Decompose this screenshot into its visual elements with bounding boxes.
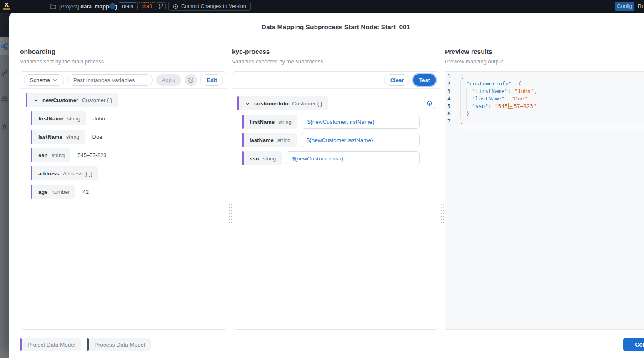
chevron-down-icon (33, 98, 39, 103)
config-tab[interactable]: Config (615, 2, 634, 11)
mapping-input-lastName[interactable] (301, 133, 420, 147)
variable-type: number (51, 189, 70, 195)
code-line-content: { (457, 73, 464, 80)
line-number: 7 (445, 118, 457, 125)
data-mapping-modal: Data Mapping Subprocess Start Node: Star… (9, 13, 644, 358)
line-number: 1 (445, 73, 457, 80)
variable-type: string (66, 134, 80, 140)
layers-icon-button[interactable] (424, 98, 435, 109)
target-tree-row-customerInfo[interactable]: customerInfoCustomer { } (237, 96, 435, 110)
mapping-row-ssn: ssnstring (242, 151, 435, 165)
variable-name: age (38, 189, 47, 195)
code-line-3: 3"firstName": "John", (445, 88, 644, 95)
column-resize-handle-right[interactable] (441, 203, 445, 223)
variable-value: 42 (82, 189, 88, 195)
source-tree-row-age[interactable]: agenumber42 (31, 185, 222, 199)
variable-chip[interactable]: ssnstring (32, 148, 70, 162)
commit-changes-button[interactable]: Commit Changes to Version (168, 2, 251, 11)
flow-icon[interactable] (0, 42, 9, 50)
branch-pill[interactable]: main (118, 2, 137, 10)
legend-label: Process Data Model (95, 342, 145, 348)
variable-chip[interactable]: lastNamestring (244, 133, 297, 147)
variable-chip[interactable]: lastNamestring (32, 130, 85, 144)
past-instances-variables-input[interactable] (67, 74, 153, 86)
variable-type: string (278, 119, 292, 125)
variable-value: Doe (92, 134, 102, 140)
variable-name: ssn (38, 152, 47, 158)
target-title: kyc-process (232, 48, 439, 55)
edit-button[interactable]: Edit (200, 74, 223, 86)
history-icon-button[interactable] (185, 74, 197, 86)
draft-status-pill[interactable]: draft (137, 2, 156, 10)
modal-title: Data Mapping Subprocess Start Node: Star… (9, 23, 644, 31)
code-token: "lastName" (472, 95, 504, 102)
indent-guide (460, 88, 466, 95)
horizontal-scrollbar[interactable] (458, 125, 644, 129)
variable-chip[interactable]: customerInfoCustomer { } (239, 96, 328, 110)
sync-status-icon[interactable] (110, 3, 115, 9)
test-button[interactable]: Test (413, 74, 436, 86)
sidebar-header (0, 13, 9, 38)
source-tree-row-ssn[interactable]: ssnstring545–57-823 (31, 148, 222, 162)
legend-item[interactable]: Project Data Model (20, 338, 81, 351)
commit-icon (173, 4, 178, 9)
left-sidebar (0, 13, 9, 358)
code-token: : { (512, 80, 522, 87)
top-bar: X [Project] data_mapping main draft Comm… (0, 0, 644, 13)
mapping-input-ssn[interactable] (286, 151, 420, 165)
legend-chip: Process Data Model (89, 338, 151, 351)
mapping-input-firstName[interactable] (302, 115, 420, 129)
legend-item[interactable]: Process Data Model (87, 338, 151, 351)
variable-name: firstName (38, 115, 63, 122)
indent-guide (460, 103, 466, 110)
brush-icon[interactable] (0, 69, 9, 77)
code-line-1: 1{ (445, 73, 644, 80)
app-logo-underline (3, 8, 10, 10)
target-toolbar: Clear Test (232, 72, 439, 89)
source-tree-row-address[interactable]: addressAddress [{ }] (31, 166, 222, 180)
variable-chip[interactable]: addressAddress [{ }] (32, 166, 98, 180)
source-tree-row-newCustomer[interactable]: newCustomerCustomer { } (26, 93, 222, 107)
mapping-row-lastName: lastNamestring (242, 133, 435, 147)
indent-guide (466, 88, 472, 95)
indent-guide (466, 95, 472, 103)
variable-value: John (93, 115, 105, 122)
code-token: , (527, 95, 531, 102)
run-tab[interactable]: Ru (638, 3, 644, 9)
variable-type: string (277, 137, 291, 143)
source-tree-row-lastName[interactable]: lastNamestringDoe (31, 130, 222, 144)
indent-guide (460, 95, 466, 103)
breadcrumb[interactable]: [Project] data_mapping (50, 0, 117, 13)
app-logo[interactable]: X (3, 1, 10, 10)
variable-chip[interactable]: agenumber (32, 185, 75, 199)
target-column: kyc-process Variables expected by the su… (232, 48, 439, 65)
preview-code-editor[interactable]: 1{2"customerInfo": {3"firstName": "John"… (445, 71, 644, 330)
clear-button[interactable]: Clear (384, 74, 410, 86)
code-line-content: "lastName": "Doe", (457, 95, 531, 103)
git-branch-icon[interactable] (156, 2, 166, 10)
chevron-down-icon (52, 78, 58, 83)
variable-chip[interactable]: ssnstring (244, 151, 282, 165)
code-line-6: 6} (445, 110, 644, 118)
legend-label: Project Data Model (27, 342, 75, 348)
code-token: } (466, 110, 469, 117)
code-token: : (508, 88, 514, 94)
variable-chip[interactable]: firstNamestring (244, 115, 297, 129)
chevron-down-icon (245, 101, 250, 106)
code-token: : (504, 95, 511, 102)
confirm-button[interactable]: Confirm (623, 338, 644, 351)
code-token: "firstName" (472, 88, 508, 94)
target-panel: Clear Test customerInfoCustomer { }first… (232, 71, 439, 330)
variable-chip[interactable]: firstNamestring (32, 111, 86, 125)
database-icon[interactable] (0, 96, 9, 104)
preview-subtitle: Preview mapping output (445, 58, 644, 65)
gear-icon[interactable] (0, 123, 9, 131)
code-line-7: 7} (445, 118, 644, 125)
schema-dropdown[interactable]: Schema (24, 74, 64, 86)
variable-chip[interactable]: newCustomerCustomer { } (27, 93, 118, 107)
app-logo-letter: X (5, 1, 9, 8)
indent-guide (460, 80, 466, 88)
column-resize-handle-left[interactable] (228, 203, 232, 223)
source-tree-row-firstName[interactable]: firstNamestringJohn (31, 111, 222, 125)
apply-button[interactable]: Apply (156, 74, 182, 86)
